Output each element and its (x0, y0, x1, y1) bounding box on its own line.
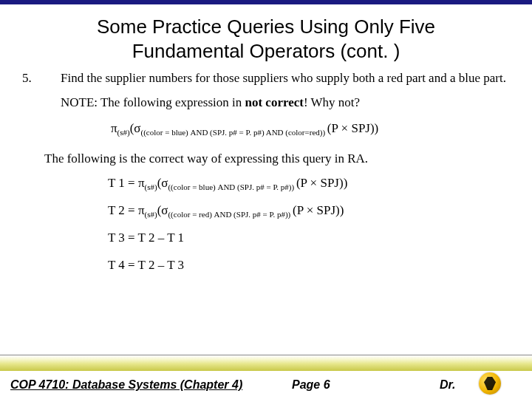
pi-subscript: (s#) (117, 128, 130, 137)
t2-label: T 2 = (108, 203, 138, 217)
title-line-2: Fundamental Operators (cont. ) (132, 40, 400, 62)
slide-body: 5. Find the supplier numbers for those s… (0, 70, 532, 355)
t4-expression: T 4 = T 2 – T 3 (108, 257, 510, 274)
sigma-symbol: (σ (157, 176, 168, 190)
t1-expression: T 1 = π(s#)(σ((color = blue) AND (SPJ. p… (108, 175, 510, 192)
sigma-symbol: (σ (157, 203, 168, 217)
footer: COP 4710: Database Systems (Chapter 4) P… (0, 355, 532, 399)
sigma-symbol: (σ (130, 121, 141, 135)
incorrect-expression: π(s#)(σ((color = blue) AND (SPJ. p# = P.… (111, 120, 510, 137)
expr-tail: (P × SPJ)) (293, 203, 344, 217)
footer-page: Page 6 (292, 378, 330, 392)
pi-subscript: (s#) (145, 210, 157, 219)
item-number: 5. (22, 70, 61, 87)
ucf-logo-icon (479, 372, 501, 395)
sigma-subscript: ((color = red) AND (SPJ. p# = P. p#)) (168, 210, 293, 219)
item-text: Find the supplier numbers for those supp… (61, 70, 510, 87)
footer-gradient (0, 355, 532, 371)
temp-relations: T 1 = π(s#)(σ((color = blue) AND (SPJ. p… (108, 175, 510, 274)
sigma-subscript: ((color = blue) AND (SPJ. p# = P. p#) AN… (141, 128, 327, 137)
expr-tail: (P × SPJ)) (296, 176, 347, 190)
pi-symbol: π (138, 203, 145, 217)
footer-right: Dr. (440, 378, 455, 392)
t2-expression: T 2 = π(s#)(σ((color = red) AND (SPJ. p#… (108, 202, 510, 219)
t1-label: T 1 = (108, 176, 138, 190)
title-line-1: Some Practice Queries Using Only Five (97, 16, 435, 38)
list-item: 5. Find the supplier numbers for those s… (22, 70, 510, 87)
note-line: NOTE: The following expression in not co… (61, 95, 510, 112)
footer-left: COP 4710: Database Systems (Chapter 4) (10, 378, 242, 392)
note-suffix: ! Why not? (304, 95, 360, 109)
pi-subscript: (s#) (145, 183, 157, 191)
slide: Some Practice Queries Using Only Five Fu… (0, 0, 532, 399)
slide-title: Some Practice Queries Using Only Five Fu… (0, 4, 532, 70)
note-bold: not correct (245, 95, 303, 109)
sigma-subscript: ((color = blue) AND (SPJ. p# = P. p#)) (168, 183, 296, 191)
note-prefix: NOTE: The following expression in (61, 95, 245, 109)
t3-expression: T 3 = T 2 – T 1 (108, 230, 510, 247)
pi-symbol: π (111, 121, 117, 135)
footer-bar: COP 4710: Database Systems (Chapter 4) P… (0, 371, 532, 399)
pi-symbol: π (138, 176, 145, 190)
expr-tail: (P × SPJ)) (327, 121, 378, 135)
correct-intro: The following is the correct way of expr… (44, 151, 510, 168)
